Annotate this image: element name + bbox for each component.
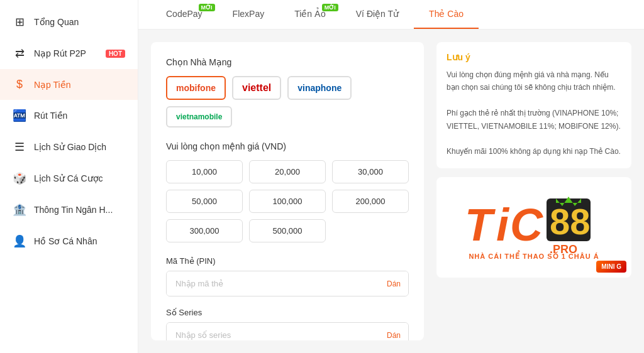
deposit-icon: $ — [13, 78, 26, 91]
pin-label: Mã Thẻ (PIN) — [166, 256, 409, 266]
notice-box: Lưu ý Vui lòng chọn đúng mệnh giá và nhà… — [436, 42, 631, 168]
tab-tien-ao[interactable]: Tiền Ảo MỚI — [279, 0, 341, 29]
svg-text:C: C — [510, 200, 543, 250]
amount-grid: 10,000 20,000 30,000 50,000 100,000 200,… — [166, 160, 409, 242]
amount-btn-20000[interactable]: 20,000 — [249, 160, 326, 183]
sidebar-item-lich-su-giao-dich[interactable]: ☰ Lịch Sử Giao Dịch — [0, 131, 138, 163]
sidebar-label: Thông Tin Ngân H... — [34, 205, 125, 215]
amount-btn-10000[interactable]: 10,000 — [166, 160, 243, 183]
tab-the-cao[interactable]: Thẻ Cào — [414, 0, 479, 29]
svg-text:T: T — [465, 200, 496, 250]
sidebar-label: Hồ Sơ Cá Nhân — [34, 236, 125, 246]
amount-section-title: Vui lòng chọn mệnh giá (VND) — [166, 141, 409, 151]
pin-paste-btn[interactable]: Dán — [387, 280, 401, 288]
svg-text:88: 88 — [550, 201, 591, 242]
pin-input[interactable] — [167, 271, 408, 296]
logo-svg: T i C 88 .PRO — [458, 193, 609, 256]
sidebar-label: Nạp Rút P2P — [34, 48, 98, 58]
sidebar-label: Tổng Quan — [34, 17, 125, 27]
amount-btn-300000[interactable]: 300,000 — [166, 219, 243, 242]
series-label: Số Series — [166, 308, 409, 317]
sidebar-item-ho-so-ca-nhan[interactable]: 👤 Hồ Sơ Cá Nhân — [0, 225, 138, 257]
main-content: CodePay MỚI FlexPay Tiền Ảo MỚI Ví Điện … — [138, 0, 644, 353]
series-section: Số Series Dán — [166, 308, 409, 340]
pin-section: Mã Thẻ (PIN) Dán — [166, 256, 409, 296]
history-icon: ☰ — [13, 140, 26, 154]
bank-icon: 🏦 — [13, 203, 26, 217]
sidebar-label: Nạp Tiền — [34, 80, 125, 90]
hot-badge: HOT — [106, 50, 125, 58]
tab-flexpay[interactable]: FlexPay — [218, 0, 280, 29]
notice-text: Vui lòng chọn đúng mệnh giá và nhà mạng.… — [447, 68, 621, 158]
sidebar-label: Lịch Sử Giao Dịch — [34, 142, 125, 152]
p2p-icon: ⇄ — [13, 46, 26, 60]
amount-btn-30000[interactable]: 30,000 — [332, 160, 409, 183]
tab-bar: CodePay MỚI FlexPay Tiền Ảo MỚI Ví Điện … — [138, 0, 644, 30]
grid-icon: ⊞ — [13, 15, 26, 29]
svg-text:i: i — [496, 200, 510, 250]
sidebar-label: Rút Tiền — [34, 111, 125, 121]
sidebar-item-lich-su-ca-cuoc[interactable]: 🎲 Lịch Sử Cá Cược — [0, 163, 138, 194]
network-vietnamobile-btn[interactable]: vietnamobile — [166, 106, 232, 128]
logo-box: T i C 88 .PRO NHÀ CÁI THỂ THAO SỐ 1 CHÂU — [436, 177, 631, 278]
content-area: Chọn Nhà Mạng mobifone viettel vinaphone… — [138, 30, 644, 353]
bet-history-icon: 🎲 — [13, 171, 26, 185]
series-input[interactable] — [167, 323, 408, 340]
sidebar-item-thong-tin-ngan-hang[interactable]: 🏦 Thông Tin Ngân H... — [0, 194, 138, 225]
tab-codepay[interactable]: CodePay MỚI — [151, 0, 218, 29]
deposit-form-panel: Chọn Nhà Mạng mobifone viettel vinaphone… — [151, 42, 424, 340]
right-panel: Lưu ý Vui lòng chọn đúng mệnh giá và nhà… — [436, 42, 631, 340]
network-vinaphone-btn[interactable]: vinaphone — [287, 76, 352, 100]
sidebar-item-nap-rut-p2p[interactable]: ⇄ Nạp Rút P2P HOT — [0, 38, 138, 69]
network-section-title: Chọn Nhà Mạng — [166, 57, 409, 67]
amount-btn-500000[interactable]: 500,000 — [249, 219, 326, 242]
withdraw-icon: 🏧 — [13, 109, 26, 122]
new-badge: MỚI — [199, 4, 215, 11]
sidebar-item-rut-tien[interactable]: 🏧 Rút Tiền — [0, 100, 138, 131]
tab-vi-dien-tu[interactable]: Ví Điện Tử — [341, 0, 414, 29]
sidebar-label: Lịch Sử Cá Cược — [34, 173, 125, 183]
new-badge-tien-ao: MỚI — [322, 4, 338, 11]
brand-logo: T i C 88 .PRO NHÀ CÁI THỂ THAO SỐ 1 CHÂU — [458, 193, 609, 261]
sidebar: ⊞ Tổng Quan ⇄ Nạp Rút P2P HOT $ Nạp Tiền… — [0, 0, 138, 353]
sidebar-item-tong-quan[interactable]: ⊞ Tổng Quan — [0, 6, 138, 38]
series-input-wrapper: Dán — [166, 322, 409, 340]
mini-game-badge[interactable]: MINI G — [596, 261, 626, 273]
notice-title: Lưu ý — [447, 52, 621, 62]
sidebar-item-nap-tien[interactable]: $ Nạp Tiền — [0, 69, 138, 100]
amount-btn-200000[interactable]: 200,000 — [332, 190, 409, 213]
network-grid: mobifone viettel vinaphone vietnamobile — [166, 76, 409, 128]
series-paste-btn[interactable]: Dán — [387, 331, 401, 340]
amount-btn-50000[interactable]: 50,000 — [166, 190, 243, 213]
network-viettel-btn[interactable]: viettel — [232, 76, 281, 100]
network-mobifone-btn[interactable]: mobifone — [166, 76, 226, 100]
user-icon: 👤 — [13, 234, 26, 248]
pin-input-wrapper: Dán — [166, 271, 409, 296]
tagline: NHÀ CÁI THỂ THAO SỐ 1 CHÂU Á — [458, 253, 609, 261]
amount-btn-100000[interactable]: 100,000 — [249, 190, 326, 213]
